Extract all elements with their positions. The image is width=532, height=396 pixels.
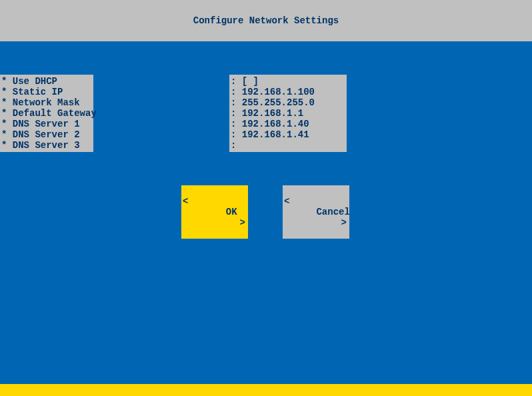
footer-hint: Choose OK to save and exit - or Cancel t… — [0, 384, 532, 396]
label-static-ip: * Static IP — [0, 87, 93, 97]
ok-button-label: OK — [226, 207, 237, 217]
dialog-body: * Use DHCP * Static IP * Network Mask * … — [0, 41, 532, 384]
value-static-ip[interactable]: : 192.168.1.100 — [229, 87, 347, 97]
chevron-left-icon: < — [284, 196, 289, 207]
cancel-button-label: Cancel — [316, 207, 349, 217]
chevron-left-icon: < — [183, 196, 188, 207]
label-use-dhcp: * Use DHCP — [0, 76, 93, 87]
chevron-right-icon: > — [341, 217, 347, 228]
ok-button[interactable]: < OK > — [181, 185, 248, 239]
label-dns-server-1: * DNS Server 1 — [0, 119, 93, 129]
field-labels-box: * Use DHCP * Static IP * Network Mask * … — [0, 75, 93, 152]
dialog-title: Configure Network Settings — [193, 15, 339, 26]
value-network-mask[interactable]: : 255.255.255.0 — [229, 97, 347, 108]
value-dns-server-1[interactable]: : 192.168.1.40 — [229, 119, 347, 129]
value-dns-server-3[interactable]: : — [229, 140, 347, 151]
label-default-gateway: * Default Gateway — [0, 108, 93, 119]
cancel-button[interactable]: < Cancel > — [283, 185, 349, 239]
label-dns-server-3: * DNS Server 3 — [0, 140, 93, 151]
value-use-dhcp[interactable]: : [ ] — [229, 76, 347, 87]
value-default-gateway[interactable]: : 192.168.1.1 — [229, 108, 347, 119]
label-dns-server-2: * DNS Server 2 — [0, 129, 93, 140]
value-dns-server-2[interactable]: : 192.168.1.41 — [229, 129, 347, 140]
field-values-box: : [ ] : 192.168.1.100 : 255.255.255.0 : … — [229, 75, 347, 152]
dialog-header: Configure Network Settings — [0, 0, 532, 41]
label-network-mask: * Network Mask — [0, 97, 93, 108]
chevron-right-icon: > — [240, 217, 245, 228]
